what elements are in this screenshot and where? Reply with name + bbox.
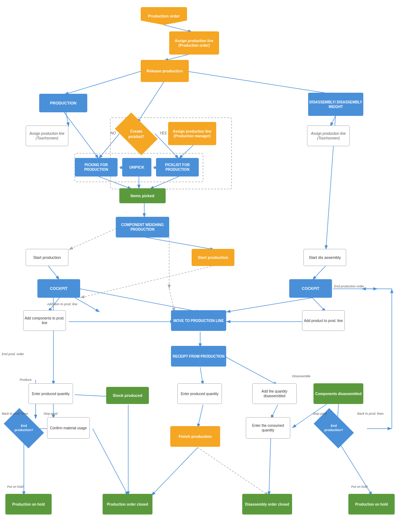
receipt-from-production-node: RECEIPT FROM PRODUCTION [171, 346, 226, 367]
enter-consumed-qty-node: Enter the consumed quantity [246, 417, 290, 439]
create-picklist-diamond: Createpicklist? [118, 122, 155, 145]
start-disassembly-node: Start dis assembly [303, 249, 346, 266]
svg-line-25 [80, 266, 214, 298]
stop-prod-left-label: Stop prod. [43, 412, 58, 415]
assign-prod-line-touch-right-node: Assign production line (Touchscreen) [307, 126, 350, 146]
component-weighing-node: COMPONENT WEIGHING PRODUCTION [116, 217, 169, 237]
production-on-hold-left-node: Production on hold [5, 494, 52, 515]
svg-line-31 [312, 298, 326, 312]
end-production-diamond-left: Endproduction? [6, 417, 41, 439]
production-node: PRODUCTION [39, 94, 87, 112]
svg-line-12 [179, 144, 194, 159]
picking-for-production-node: PICKING FOR PRODUCTION [75, 158, 118, 177]
svg-line-20 [69, 227, 119, 250]
add-components-node: Add components to prod. line [23, 310, 66, 331]
svg-line-36 [200, 367, 203, 385]
svg-line-45 [198, 447, 269, 496]
assign-prod-line-order-node: Assign production line (Production order… [169, 31, 219, 55]
svg-line-22 [330, 116, 336, 127]
cockpit-right-node: COCKPIT [289, 279, 332, 298]
end-prod-order-label-right: End prod. order [2, 352, 24, 356]
add-product-node: Add product to prod. line [302, 310, 345, 331]
put-on-hold-right-label: Put on hold [351, 485, 368, 488]
production-order-closed-node: Production order closed [103, 494, 152, 515]
svg-line-6 [187, 71, 336, 94]
back-to-prod-lines-left-label: Back to prod. lines [2, 412, 28, 415]
svg-line-9 [64, 112, 99, 159]
production-on-hold-right-node: Production on hold [348, 494, 395, 515]
svg-line-21 [144, 237, 214, 250]
cockpit-left-node: COCKPIT [37, 279, 80, 298]
svg-line-7 [137, 82, 164, 123]
items-picked-node: Items picked [119, 188, 166, 203]
produce-label: Produce [20, 378, 32, 382]
svg-line-16 [99, 177, 132, 189]
confirm-material-node: Confirm material usage [47, 417, 90, 439]
assign-prod-line-touch-left-node: Assign production line (Touchscreen) [26, 126, 68, 146]
disassembly-weight-node: DISASSEMBLY/ DISASSEMBLY WEIGHT [308, 93, 363, 116]
components-disassembled-node: Components disassembled [313, 383, 363, 404]
put-on-hold-left-label: Put on hold [7, 485, 24, 488]
end-prod-order-label: End production order [334, 285, 364, 288]
release-production-node: Release production [141, 60, 189, 82]
svg-line-30 [226, 298, 312, 312]
svg-line-46 [269, 439, 271, 496]
svg-line-17 [150, 177, 179, 189]
stock-produced-node: Stock produced [106, 387, 149, 404]
svg-line-10 [99, 134, 119, 159]
start-production-left-node: Start production [26, 249, 68, 266]
svg-line-38 [75, 395, 110, 397]
add-item-prod-line-label: Add item to prod. line [47, 302, 77, 306]
finish-production-node: Finish production [170, 426, 220, 447]
no-label: NO [110, 131, 116, 135]
stop-prod-right-label: Stop prod. [313, 412, 328, 415]
picklist-for-production-node: PICKLIST FOR PRODUCTION [156, 158, 199, 177]
svg-line-26 [312, 266, 326, 280]
end-production-diamond-right: Endproduction? [316, 417, 351, 439]
disassemble-label: Disassemble [292, 374, 311, 378]
svg-line-4 [164, 53, 192, 61]
svg-line-49 [93, 429, 128, 496]
svg-line-41 [198, 405, 203, 428]
svg-line-29 [80, 289, 200, 312]
svg-line-42 [271, 405, 278, 419]
enter-produced-qty-mid-node: Enter produced quantity [177, 383, 222, 404]
enter-produced-qty-left-node: Enter produced quantity [28, 383, 73, 404]
production-order-node: Production order [141, 7, 187, 25]
flowchart: Production order Assign production line … [0, 0, 405, 532]
svg-line-61 [169, 289, 175, 312]
unpick-node: UNPICK [122, 158, 151, 177]
svg-line-24 [48, 266, 59, 280]
svg-line-3 [164, 25, 192, 32]
move-to-prod-line-node: MOVE TO PRODUCTION LINE [171, 310, 226, 331]
svg-line-44 [151, 447, 198, 496]
svg-line-37 [226, 357, 278, 385]
add-qty-disassembled-node: Add the quantity disassembled [252, 383, 297, 404]
back-to-prod-lines-right-label: Back to prod. lines [357, 412, 384, 415]
assign-prod-line-manager-node: Assign production line (Production manag… [168, 122, 216, 145]
disassembly-order-closed-node: Disassembly order closed [242, 494, 292, 515]
start-production-orange-node: Start production [192, 249, 234, 266]
svg-line-5 [64, 71, 141, 94]
yes-label: YES [160, 131, 167, 135]
arrows-layer [0, 0, 405, 532]
